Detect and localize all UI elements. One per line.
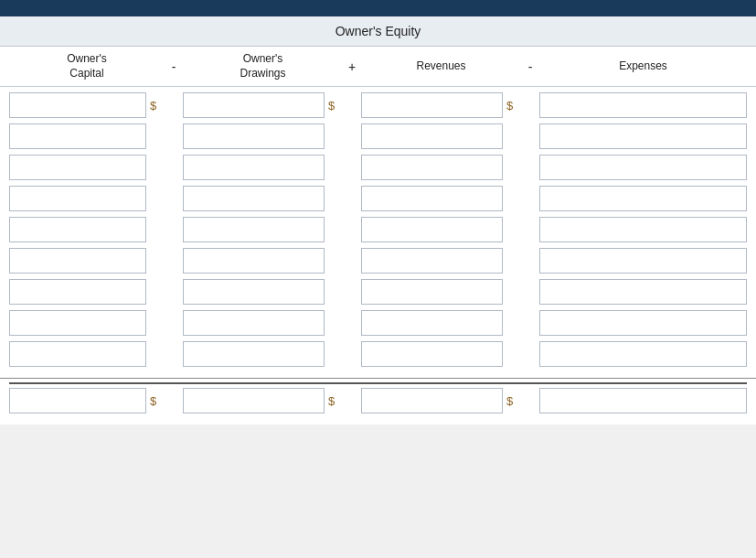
- drawings-cell-1[interactable]: [183, 92, 325, 118]
- expenses-cell-2[interactable]: [539, 123, 747, 149]
- totals-row: $ $ $: [9, 382, 747, 413]
- drawings-cell-7[interactable]: [183, 279, 325, 305]
- capital-cell-6[interactable]: [9, 248, 146, 274]
- plus-operator: +: [343, 59, 361, 74]
- drawings-cell-5[interactable]: [183, 217, 325, 242]
- table-row: [9, 217, 747, 242]
- dollar-sign-expenses-total: $: [506, 394, 513, 408]
- expenses-cell-5[interactable]: [539, 217, 747, 242]
- capital-cell-5[interactable]: [9, 217, 146, 242]
- data-rows-container: $ $ $: [0, 87, 756, 376]
- table-row: [9, 248, 747, 274]
- drawings-cell-2[interactable]: [183, 123, 325, 149]
- revenues-cell-4[interactable]: [361, 186, 503, 211]
- expenses-cell-7[interactable]: [539, 279, 747, 305]
- capital-total-cell[interactable]: [9, 388, 146, 413]
- minus2-operator: -: [521, 59, 539, 74]
- table-row: [9, 279, 747, 305]
- revenues-cell-5[interactable]: [361, 217, 503, 242]
- dollar-sign-revenues-total: $: [328, 394, 335, 408]
- drawings-column-header: Owner'sDrawings: [183, 52, 343, 80]
- page-wrapper: Owner's Equity Owner'sCapital - Owner'sD…: [0, 0, 756, 424]
- capital-cell-8[interactable]: [9, 310, 146, 336]
- section-title-text: Owner's Equity: [335, 24, 421, 38]
- capital-cell-7[interactable]: [9, 279, 146, 305]
- top-bar: [0, 0, 756, 16]
- drawings-cell-4[interactable]: [183, 186, 325, 211]
- drawings-cell-3[interactable]: [183, 155, 325, 180]
- column-headers: Owner'sCapital - Owner'sDrawings + Reven…: [0, 47, 756, 87]
- dollar-sign-drawings-1: $: [150, 99, 156, 113]
- revenues-cell-8[interactable]: [361, 310, 503, 336]
- drawings-cell-8[interactable]: [183, 310, 325, 336]
- dollar-sign-revenues-1: $: [328, 99, 335, 113]
- table-row: [9, 310, 747, 336]
- table-row: [9, 155, 747, 180]
- dollar-revenues-total: $: [325, 394, 361, 408]
- expenses-cell-1[interactable]: [539, 92, 747, 118]
- revenues-cell-9[interactable]: [361, 341, 503, 367]
- dollar-revenues-1: $: [325, 99, 361, 113]
- capital-column-header: Owner'sCapital: [9, 52, 165, 80]
- drawings-cell-9[interactable]: [183, 341, 325, 367]
- table-row: [9, 123, 747, 149]
- expenses-cell-4[interactable]: [539, 186, 747, 211]
- dollar-expenses-total: $: [503, 394, 539, 408]
- capital-cell-4[interactable]: [9, 186, 146, 211]
- capital-cell-2[interactable]: [9, 123, 146, 149]
- revenues-cell-2[interactable]: [361, 123, 503, 149]
- minus1-operator: -: [165, 59, 183, 74]
- revenues-cell-6[interactable]: [361, 248, 503, 274]
- capital-cell-1[interactable]: [9, 92, 146, 118]
- table-row: [9, 341, 747, 367]
- expenses-cell-9[interactable]: [539, 341, 747, 367]
- drawings-cell-6[interactable]: [183, 248, 325, 274]
- dollar-expenses-1: $: [503, 99, 539, 113]
- expenses-cell-8[interactable]: [539, 310, 747, 336]
- revenues-total-cell[interactable]: [361, 388, 503, 413]
- expenses-column-header: Expenses: [539, 59, 747, 74]
- dollar-sign-expenses-1: $: [506, 99, 513, 113]
- totals-row-container: $ $ $: [0, 378, 756, 424]
- revenues-column-header: Revenues: [361, 59, 521, 74]
- capital-cell-3[interactable]: [9, 155, 146, 180]
- capital-cell-9[interactable]: [9, 341, 146, 367]
- drawings-total-cell[interactable]: [183, 388, 325, 413]
- dollar-sign-drawings-total: $: [150, 394, 156, 408]
- dollar-drawings-1: $: [146, 99, 183, 113]
- revenues-cell-3[interactable]: [361, 155, 503, 180]
- expenses-total-cell[interactable]: [539, 388, 747, 413]
- table-row: $ $ $: [9, 92, 747, 118]
- section-title: Owner's Equity: [0, 16, 756, 47]
- table-row: [9, 186, 747, 211]
- revenues-cell-1[interactable]: [361, 92, 503, 118]
- dollar-drawings-total: $: [146, 394, 183, 408]
- expenses-cell-3[interactable]: [539, 155, 747, 180]
- revenues-cell-7[interactable]: [361, 279, 503, 305]
- expenses-cell-6[interactable]: [539, 248, 747, 274]
